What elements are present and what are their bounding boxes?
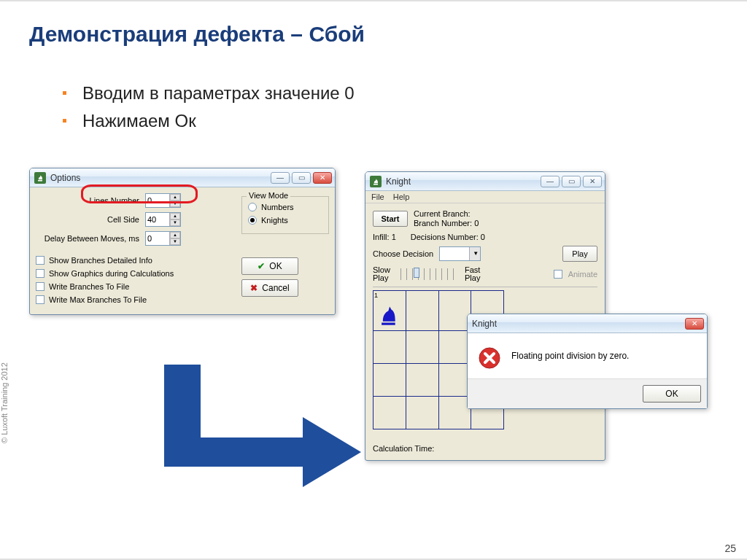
lines-number-label: Lines Number: [36, 196, 145, 205]
x-icon: ✖: [250, 283, 258, 293]
calc-time-label: Calculation Time:: [373, 444, 597, 453]
error-titlebar[interactable]: Knight ✕: [468, 314, 707, 333]
spin-up-icon[interactable]: ▲: [170, 213, 180, 219]
close-button[interactable]: ✕: [313, 172, 332, 184]
copyright-text: © Luxoft Training 2012: [0, 362, 9, 443]
board-cell[interactable]: [406, 397, 438, 429]
checkbox[interactable]: [36, 282, 44, 291]
knight-menu: File Help: [365, 191, 605, 203]
decision-combo[interactable]: ▼: [439, 246, 481, 261]
knight-titlebar[interactable]: Knight — ▭ ✕: [365, 172, 605, 191]
bullet-item-2: Нажимаем Ок: [62, 111, 355, 131]
board-cell[interactable]: [406, 291, 438, 331]
checkbox[interactable]: [36, 295, 44, 304]
close-button[interactable]: ✕: [685, 318, 704, 330]
knight-app-icon: [370, 176, 382, 187]
bullet-item-1: Вводим в параметрах значение 0: [62, 83, 355, 104]
menu-file[interactable]: File: [371, 192, 384, 201]
view-mode-group: View Mode Numbers Knights: [241, 196, 329, 234]
cancel-button[interactable]: ✖Cancel: [241, 279, 298, 297]
chevron-down-icon[interactable]: ▼: [469, 247, 480, 260]
spin-up-icon[interactable]: ▲: [170, 194, 180, 201]
speed-slider[interactable]: [400, 268, 459, 280]
knight-app-icon: [34, 172, 46, 184]
options-title: Options: [50, 173, 271, 183]
radio-numbers-label: Numbers: [261, 203, 294, 211]
options-titlebar[interactable]: Options — ▭ ✕: [30, 168, 335, 187]
board-cell[interactable]: [374, 364, 406, 397]
fast-play-label: Fast Play: [465, 266, 487, 282]
slow-play-label: Slow Play: [373, 266, 395, 282]
page-number: 25: [724, 542, 736, 554]
animate-checkbox: [554, 270, 562, 279]
spin-down-icon[interactable]: ▼: [170, 219, 180, 226]
checkbox[interactable]: [36, 269, 44, 278]
choose-decision-label: Choose Decision: [373, 249, 433, 258]
chk-graphics-calc: Show Graphics during Calculations: [49, 269, 174, 278]
minimize-button[interactable]: —: [541, 176, 560, 187]
slider-thumb[interactable]: [414, 268, 419, 278]
check-icon: ✔: [258, 261, 265, 271]
radio-knights[interactable]: [248, 216, 257, 225]
spin-down-icon[interactable]: ▼: [170, 238, 180, 245]
ok-button-label: OK: [269, 261, 282, 271]
ok-button[interactable]: ✔OK: [241, 257, 298, 275]
board-cell[interactable]: [374, 331, 406, 364]
delay-input[interactable]: ▲▼: [145, 231, 181, 246]
chk-write-branches: Write Branches To File: [49, 282, 129, 291]
start-button[interactable]: Start: [373, 211, 408, 227]
knight-piece-icon: [374, 300, 402, 328]
knight-title: Knight: [386, 176, 541, 187]
spin-up-icon[interactable]: ▲: [170, 232, 180, 238]
slide-title: Демонстрация дефекта – Сбой: [29, 22, 365, 47]
radio-knights-label: Knights: [261, 216, 288, 225]
maximize-button[interactable]: ▭: [292, 172, 311, 184]
infill-label: Infill: 1: [373, 233, 396, 241]
lines-number-field[interactable]: [146, 195, 169, 206]
error-ok-button[interactable]: OK: [643, 385, 701, 402]
cancel-button-label: Cancel: [262, 283, 289, 293]
play-button[interactable]: Play: [562, 246, 597, 262]
minimize-button[interactable]: —: [271, 172, 290, 184]
branch-number-label: Branch Number: 0: [414, 219, 479, 228]
delay-label: Delay Between Moves, ms: [36, 234, 145, 243]
board-cell[interactable]: [406, 331, 438, 364]
view-mode-title: View Mode: [247, 191, 290, 200]
flow-arrow-icon: [135, 365, 368, 491]
checkbox[interactable]: [36, 256, 44, 265]
options-window: Options — ▭ ✕ Lines Number ▲▼ Cell Side …: [29, 168, 336, 315]
delay-field[interactable]: [146, 233, 169, 244]
error-dialog: Knight ✕ Floating point division by zero…: [467, 314, 708, 409]
maximize-button[interactable]: ▭: [562, 176, 581, 187]
cell-side-input[interactable]: ▲▼: [145, 212, 181, 227]
spin-down-icon[interactable]: ▼: [170, 201, 180, 207]
error-icon: [478, 346, 501, 370]
menu-help[interactable]: Help: [393, 192, 410, 201]
board-cell[interactable]: [374, 397, 406, 429]
error-title: Knight: [472, 319, 685, 329]
current-branch-label: Current Branch:: [414, 209, 479, 219]
decisions-number-label: Decisions Number: 0: [411, 233, 485, 241]
radio-numbers[interactable]: [248, 203, 257, 211]
lines-number-input[interactable]: ▲▼: [145, 193, 181, 208]
chk-branches-detailed: Show Branches Detailed Info: [49, 256, 152, 265]
board-cell[interactable]: [406, 364, 438, 397]
bullet-list: Вводим в параметрах значение 0 Нажимаем …: [33, 83, 355, 139]
close-button[interactable]: ✕: [583, 176, 602, 187]
cell-index: 1: [374, 292, 378, 299]
board-cell-knight[interactable]: 1: [374, 291, 406, 331]
error-message: Floating point division by zero.: [511, 346, 629, 361]
cell-side-label: Cell Side: [36, 215, 145, 224]
animate-label: Animate: [568, 270, 597, 279]
chk-write-max-branches: Write Max Branches To File: [49, 295, 147, 304]
cell-side-field[interactable]: [146, 214, 169, 225]
